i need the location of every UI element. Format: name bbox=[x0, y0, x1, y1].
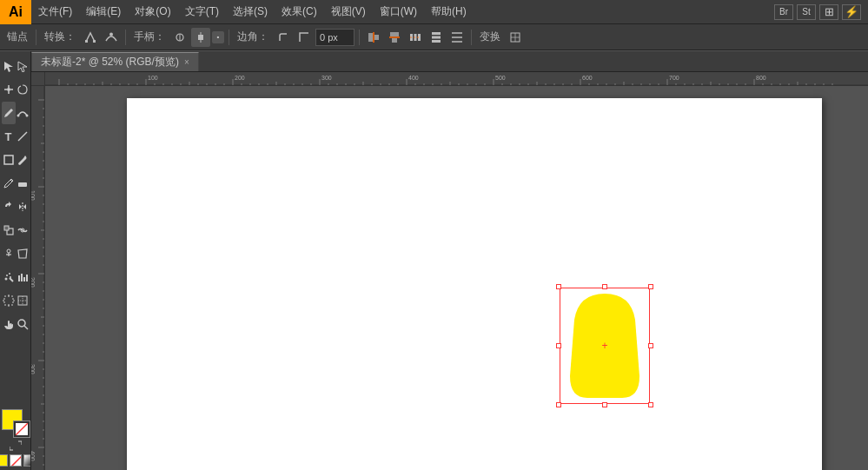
artboard-tool[interactable] bbox=[2, 289, 16, 312]
svg-text:200: 200 bbox=[31, 277, 36, 288]
right-icon-group: Br St ⊞ ⚡ bbox=[774, 4, 868, 20]
corner-expand-btn[interactable] bbox=[295, 28, 314, 47]
gradient-swatch[interactable] bbox=[23, 454, 32, 467]
zoom-tool[interactable] bbox=[16, 313, 30, 335]
menu-help[interactable]: 帮助(H) bbox=[424, 0, 474, 23]
svg-point-46 bbox=[9, 273, 10, 275]
handle-btn1[interactable] bbox=[170, 28, 189, 47]
corner-value-input[interactable] bbox=[315, 29, 354, 46]
selected-shape-container[interactable]: + bbox=[561, 289, 648, 402]
corner-round-btn[interactable] bbox=[274, 28, 293, 47]
svg-text:100: 100 bbox=[31, 190, 36, 201]
brush-tool[interactable] bbox=[16, 149, 30, 171]
reflect-tool[interactable] bbox=[16, 195, 30, 218]
curvature-tool[interactable] bbox=[16, 102, 30, 124]
stroke-color-none[interactable] bbox=[10, 454, 22, 467]
select-tool[interactable] bbox=[2, 55, 16, 77]
menu-edit[interactable]: 编辑(E) bbox=[79, 0, 128, 23]
column-graph-tool[interactable] bbox=[16, 266, 30, 288]
color-swap-icon[interactable] bbox=[10, 440, 22, 452]
align-h-btn[interactable] bbox=[364, 28, 383, 47]
menu-view[interactable]: 视图(V) bbox=[324, 0, 373, 23]
magic-wand-tool[interactable] bbox=[2, 78, 16, 101]
puppet-warp-tool[interactable] bbox=[2, 242, 16, 265]
pen-tool[interactable] bbox=[2, 102, 16, 124]
sync-icon[interactable]: ⚡ bbox=[842, 4, 861, 20]
stock-icon[interactable]: St bbox=[797, 4, 816, 20]
handle-btn2[interactable] bbox=[191, 28, 210, 47]
distrib-btn1[interactable] bbox=[406, 28, 425, 47]
select-tool-pair bbox=[2, 55, 30, 77]
svg-rect-1 bbox=[93, 40, 96, 43]
hand-tool[interactable] bbox=[2, 313, 16, 335]
svg-rect-40 bbox=[4, 226, 9, 230]
tab-title: 未标题-2* @ 52% (RGB/预览) bbox=[41, 55, 179, 70]
tab-close-btn[interactable]: × bbox=[184, 57, 189, 67]
shape-svg bbox=[561, 289, 648, 402]
app-logo: Ai bbox=[0, 0, 31, 24]
scale-pair bbox=[2, 219, 30, 242]
pencil-pair bbox=[2, 172, 30, 195]
handle-mr[interactable] bbox=[648, 343, 653, 348]
convert-corner-btn[interactable] bbox=[81, 28, 100, 47]
handle-tr[interactable] bbox=[648, 284, 653, 289]
handle-bl[interactable] bbox=[556, 402, 561, 407]
svg-rect-52 bbox=[26, 275, 28, 281]
handle-br[interactable] bbox=[648, 402, 653, 407]
menu-effect[interactable]: 效果(C) bbox=[275, 0, 324, 23]
svg-rect-8 bbox=[368, 33, 373, 42]
menu-window[interactable]: 窗口(W) bbox=[373, 0, 424, 23]
menu-file[interactable]: 文件(F) bbox=[31, 0, 79, 23]
color-swatch-area[interactable] bbox=[2, 409, 30, 437]
svg-rect-51 bbox=[23, 277, 25, 281]
bridge-icon[interactable]: Br bbox=[774, 4, 793, 20]
document-tab[interactable]: 未标题-2* @ 52% (RGB/预览) × bbox=[31, 52, 199, 71]
artboard-pair bbox=[2, 289, 30, 312]
fill-color-block[interactable] bbox=[0, 454, 8, 467]
direct-select-tool[interactable] bbox=[16, 55, 30, 77]
svg-rect-0 bbox=[85, 40, 88, 43]
handle-bc[interactable] bbox=[602, 402, 607, 407]
ruler-top: /* generated via JS below */ 10020030040… bbox=[45, 72, 868, 86]
handle-dot[interactable]: • bbox=[212, 31, 224, 43]
svg-line-63 bbox=[16, 423, 28, 435]
menu-object[interactable]: 对象(O) bbox=[128, 0, 177, 23]
svg-text:700: 700 bbox=[669, 75, 679, 81]
convert-smooth-btn[interactable] bbox=[102, 28, 121, 47]
scale-tool[interactable] bbox=[2, 219, 16, 242]
eraser-tool[interactable] bbox=[16, 172, 30, 195]
menu-type[interactable]: 文字(T) bbox=[178, 0, 226, 23]
handle-label: 手柄： bbox=[130, 30, 169, 44]
align-v-btn[interactable] bbox=[385, 28, 404, 47]
lasso-tool[interactable] bbox=[16, 78, 30, 101]
distrib-btn2[interactable] bbox=[427, 28, 446, 47]
pencil-tool[interactable] bbox=[2, 172, 16, 195]
rect-brush-pair bbox=[2, 149, 30, 171]
rotate-tool[interactable] bbox=[2, 195, 16, 218]
document-canvas[interactable]: + bbox=[127, 98, 822, 470]
anchor-toolbar: 锚点 转换： 手柄： • 边角： 变换 bbox=[0, 24, 868, 50]
menu-select[interactable]: 选择(S) bbox=[226, 0, 275, 23]
warp-tool[interactable] bbox=[16, 219, 30, 242]
svg-rect-49 bbox=[18, 275, 20, 281]
grid-icon[interactable]: ⊞ bbox=[819, 4, 838, 20]
menu-items: 文件(F) 编辑(E) 对象(O) 文字(T) 选择(S) 效果(C) 视图(V… bbox=[31, 0, 774, 23]
type-tool[interactable]: T bbox=[2, 125, 16, 148]
distrib-btn3[interactable] bbox=[447, 28, 467, 47]
line-tool[interactable] bbox=[16, 125, 30, 148]
svg-point-61 bbox=[18, 320, 25, 327]
svg-text:600: 600 bbox=[582, 75, 593, 81]
svg-rect-20 bbox=[432, 40, 441, 43]
svg-text:500: 500 bbox=[495, 75, 506, 81]
hand-zoom-pair bbox=[2, 313, 30, 335]
rect-tool[interactable] bbox=[2, 149, 16, 171]
canvas-area[interactable]: /* generated via JS below */ 10020030040… bbox=[31, 72, 868, 470]
slice-tool[interactable] bbox=[16, 289, 30, 312]
svg-line-62 bbox=[24, 326, 28, 329]
tab-bar: 未标题-2* @ 52% (RGB/预览) × bbox=[31, 51, 868, 72]
symbol-spray-tool[interactable] bbox=[2, 266, 16, 288]
transform-btn[interactable] bbox=[506, 28, 525, 47]
free-distort-tool[interactable] bbox=[16, 242, 30, 265]
svg-point-2 bbox=[109, 32, 113, 36]
stroke-swatch[interactable] bbox=[14, 421, 30, 437]
